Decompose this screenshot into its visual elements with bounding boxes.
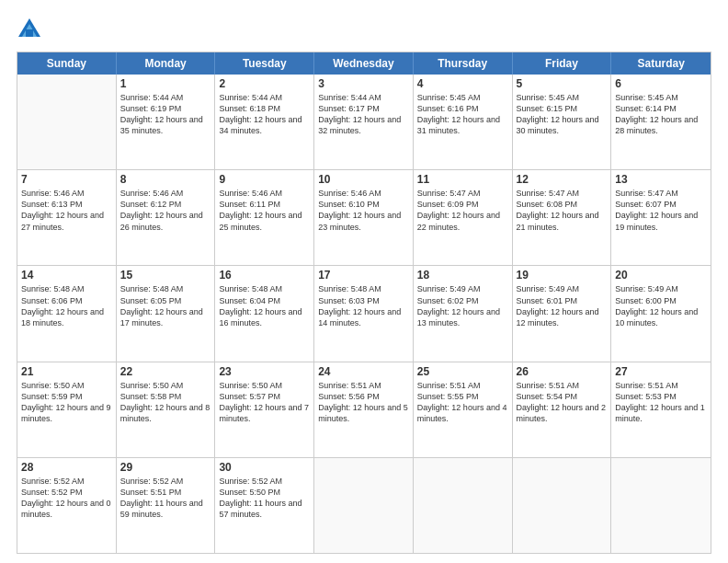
cell-info: Sunrise: 5:52 AM Sunset: 5:52 PM Dayligh… [21, 476, 112, 521]
calendar: SundayMondayTuesdayWednesdayThursdayFrid… [17, 52, 711, 554]
calendar-body: 1Sunrise: 5:44 AM Sunset: 6:19 PM Daylig… [17, 75, 711, 553]
calendar-row: 21Sunrise: 5:50 AM Sunset: 5:59 PM Dayli… [17, 362, 711, 457]
day-number: 25 [417, 365, 508, 378]
calendar-cell: 1Sunrise: 5:44 AM Sunset: 6:19 PM Daylig… [117, 75, 216, 169]
cell-info: Sunrise: 5:47 AM Sunset: 6:07 PM Dayligh… [615, 188, 707, 233]
weekday-header: Tuesday [215, 52, 314, 75]
day-number: 14 [21, 269, 112, 282]
cell-info: Sunrise: 5:45 AM Sunset: 6:15 PM Dayligh… [517, 92, 608, 137]
page: SundayMondayTuesdayWednesdayThursdayFrid… [0, 0, 728, 563]
calendar-cell: 29Sunrise: 5:52 AM Sunset: 5:51 PM Dayli… [117, 458, 216, 553]
calendar-cell: 22Sunrise: 5:50 AM Sunset: 5:58 PM Dayli… [117, 362, 216, 457]
calendar-cell [414, 458, 513, 553]
calendar-cell: 9Sunrise: 5:46 AM Sunset: 6:11 PM Daylig… [215, 170, 314, 265]
calendar-cell: 11Sunrise: 5:47 AM Sunset: 6:09 PM Dayli… [414, 170, 513, 265]
calendar-cell: 30Sunrise: 5:52 AM Sunset: 5:50 PM Dayli… [215, 458, 314, 553]
cell-info: Sunrise: 5:45 AM Sunset: 6:14 PM Dayligh… [615, 92, 707, 137]
calendar-cell: 3Sunrise: 5:44 AM Sunset: 6:17 PM Daylig… [314, 75, 414, 169]
day-number: 21 [21, 365, 112, 378]
calendar-row: 7Sunrise: 5:46 AM Sunset: 6:13 PM Daylig… [17, 169, 711, 265]
day-number: 4 [417, 77, 508, 90]
cell-info: Sunrise: 5:48 AM Sunset: 6:03 PM Dayligh… [318, 283, 409, 328]
cell-info: Sunrise: 5:51 AM Sunset: 5:55 PM Dayligh… [417, 380, 508, 425]
weekday-header: Thursday [414, 52, 513, 75]
weekday-header: Wednesday [314, 52, 414, 75]
calendar-cell: 19Sunrise: 5:49 AM Sunset: 6:01 PM Dayli… [513, 266, 612, 361]
cell-info: Sunrise: 5:50 AM Sunset: 5:57 PM Dayligh… [219, 380, 310, 425]
cell-info: Sunrise: 5:49 AM Sunset: 6:02 PM Dayligh… [417, 283, 508, 328]
calendar-cell: 4Sunrise: 5:45 AM Sunset: 6:16 PM Daylig… [414, 75, 513, 169]
day-number: 7 [21, 173, 112, 186]
day-number: 9 [219, 173, 310, 186]
day-number: 1 [120, 77, 211, 90]
day-number: 15 [120, 269, 211, 282]
calendar-cell: 10Sunrise: 5:46 AM Sunset: 6:10 PM Dayli… [314, 170, 414, 265]
cell-info: Sunrise: 5:51 AM Sunset: 5:54 PM Dayligh… [517, 380, 608, 425]
day-number: 6 [615, 77, 707, 90]
calendar-cell [513, 458, 612, 553]
cell-info: Sunrise: 5:48 AM Sunset: 6:05 PM Dayligh… [120, 283, 211, 328]
day-number: 5 [517, 77, 608, 90]
cell-info: Sunrise: 5:52 AM Sunset: 5:50 PM Dayligh… [219, 476, 310, 521]
cell-info: Sunrise: 5:44 AM Sunset: 6:19 PM Dayligh… [120, 92, 211, 137]
weekday-header: Monday [117, 52, 216, 75]
weekday-header: Saturday [611, 52, 711, 75]
calendar-row: 28Sunrise: 5:52 AM Sunset: 5:52 PM Dayli… [17, 457, 711, 553]
day-number: 24 [318, 365, 409, 378]
calendar-cell: 24Sunrise: 5:51 AM Sunset: 5:56 PM Dayli… [314, 362, 414, 457]
calendar-cell: 26Sunrise: 5:51 AM Sunset: 5:54 PM Dayli… [513, 362, 612, 457]
day-number: 22 [120, 365, 211, 378]
calendar-cell: 15Sunrise: 5:48 AM Sunset: 6:05 PM Dayli… [117, 266, 216, 361]
calendar-cell: 12Sunrise: 5:47 AM Sunset: 6:08 PM Dayli… [513, 170, 612, 265]
cell-info: Sunrise: 5:46 AM Sunset: 6:11 PM Dayligh… [219, 188, 310, 233]
cell-info: Sunrise: 5:48 AM Sunset: 6:04 PM Dayligh… [219, 283, 310, 328]
cell-info: Sunrise: 5:44 AM Sunset: 6:18 PM Dayligh… [219, 92, 310, 137]
calendar-row: 1Sunrise: 5:44 AM Sunset: 6:19 PM Daylig… [17, 75, 711, 169]
calendar-cell: 21Sunrise: 5:50 AM Sunset: 5:59 PM Dayli… [17, 362, 117, 457]
day-number: 23 [219, 365, 310, 378]
day-number: 11 [417, 173, 508, 186]
calendar-cell: 25Sunrise: 5:51 AM Sunset: 5:55 PM Dayli… [414, 362, 513, 457]
day-number: 10 [318, 173, 409, 186]
calendar-cell: 27Sunrise: 5:51 AM Sunset: 5:53 PM Dayli… [611, 362, 711, 457]
calendar-cell: 16Sunrise: 5:48 AM Sunset: 6:04 PM Dayli… [215, 266, 314, 361]
day-number: 13 [615, 173, 707, 186]
calendar-cell [17, 75, 117, 169]
day-number: 12 [517, 173, 608, 186]
cell-info: Sunrise: 5:47 AM Sunset: 6:09 PM Dayligh… [417, 188, 508, 233]
calendar-cell: 18Sunrise: 5:49 AM Sunset: 6:02 PM Dayli… [414, 266, 513, 361]
cell-info: Sunrise: 5:49 AM Sunset: 6:00 PM Dayligh… [615, 283, 707, 328]
day-number: 20 [615, 269, 707, 282]
cell-info: Sunrise: 5:50 AM Sunset: 5:59 PM Dayligh… [21, 380, 112, 425]
svg-rect-2 [26, 29, 33, 37]
logo [17, 17, 46, 42]
cell-info: Sunrise: 5:49 AM Sunset: 6:01 PM Dayligh… [517, 283, 608, 328]
calendar-header: SundayMondayTuesdayWednesdayThursdayFrid… [17, 52, 711, 75]
day-number: 17 [318, 269, 409, 282]
day-number: 27 [615, 365, 707, 378]
header [17, 17, 711, 42]
day-number: 19 [517, 269, 608, 282]
calendar-cell: 8Sunrise: 5:46 AM Sunset: 6:12 PM Daylig… [117, 170, 216, 265]
day-number: 2 [219, 77, 310, 90]
calendar-cell: 17Sunrise: 5:48 AM Sunset: 6:03 PM Dayli… [314, 266, 414, 361]
weekday-header: Friday [513, 52, 612, 75]
day-number: 28 [21, 461, 112, 474]
calendar-cell: 13Sunrise: 5:47 AM Sunset: 6:07 PM Dayli… [611, 170, 711, 265]
cell-info: Sunrise: 5:46 AM Sunset: 6:13 PM Dayligh… [21, 188, 112, 233]
day-number: 8 [120, 173, 211, 186]
day-number: 18 [417, 269, 508, 282]
logo-icon [17, 17, 42, 42]
cell-info: Sunrise: 5:45 AM Sunset: 6:16 PM Dayligh… [417, 92, 508, 137]
cell-info: Sunrise: 5:46 AM Sunset: 6:12 PM Dayligh… [120, 188, 211, 233]
calendar-cell: 28Sunrise: 5:52 AM Sunset: 5:52 PM Dayli… [17, 458, 117, 553]
calendar-cell: 7Sunrise: 5:46 AM Sunset: 6:13 PM Daylig… [17, 170, 117, 265]
day-number: 26 [517, 365, 608, 378]
calendar-cell: 5Sunrise: 5:45 AM Sunset: 6:15 PM Daylig… [513, 75, 612, 169]
day-number: 29 [120, 461, 211, 474]
cell-info: Sunrise: 5:52 AM Sunset: 5:51 PM Dayligh… [120, 476, 211, 521]
calendar-cell: 6Sunrise: 5:45 AM Sunset: 6:14 PM Daylig… [611, 75, 711, 169]
calendar-cell: 20Sunrise: 5:49 AM Sunset: 6:00 PM Dayli… [611, 266, 711, 361]
cell-info: Sunrise: 5:47 AM Sunset: 6:08 PM Dayligh… [517, 188, 608, 233]
calendar-cell [611, 458, 711, 553]
